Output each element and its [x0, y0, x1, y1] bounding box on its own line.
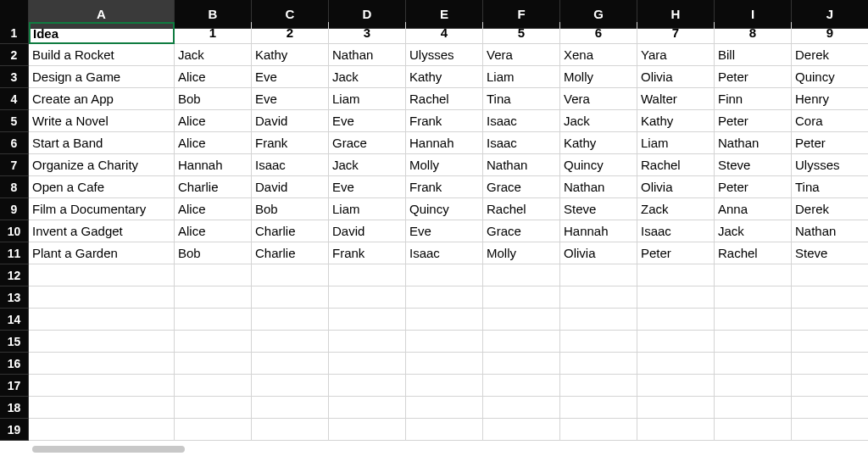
row-header-12[interactable]: 12: [0, 264, 29, 286]
cell-A14[interactable]: [29, 309, 175, 331]
cell-E13[interactable]: [406, 286, 483, 309]
cell-B12[interactable]: [175, 264, 252, 286]
cell-B16[interactable]: [175, 353, 252, 375]
cell-C12[interactable]: [252, 264, 329, 286]
cell-B15[interactable]: [175, 331, 252, 353]
cell-I17[interactable]: [715, 375, 792, 397]
cell-H18[interactable]: [637, 397, 715, 419]
cell-D10[interactable]: David: [329, 220, 406, 242]
cell-C10[interactable]: Charlie: [252, 220, 329, 242]
cell-D15[interactable]: [329, 331, 406, 353]
cell-F4[interactable]: Tina: [483, 88, 560, 110]
spreadsheet-grid[interactable]: ABCDEFGHIJ1Idea1234567892Build a RocketJ…: [0, 0, 868, 441]
cell-F6[interactable]: Isaac: [483, 132, 560, 154]
cell-B19[interactable]: [175, 419, 252, 441]
cell-B7[interactable]: Hannah: [175, 154, 252, 176]
cell-I16[interactable]: [715, 353, 792, 375]
cell-G2[interactable]: Xena: [560, 44, 637, 66]
cell-E1[interactable]: 4: [406, 22, 483, 44]
cell-J10[interactable]: Nathan: [792, 220, 868, 242]
cell-G10[interactable]: Hannah: [560, 220, 637, 242]
cell-H2[interactable]: Yara: [637, 44, 715, 66]
cell-E8[interactable]: Frank: [406, 176, 483, 198]
cell-F7[interactable]: Nathan: [483, 154, 560, 176]
cell-E19[interactable]: [406, 419, 483, 441]
cell-D19[interactable]: [329, 419, 406, 441]
cell-E14[interactable]: [406, 309, 483, 331]
row-header-3[interactable]: 3: [0, 66, 29, 88]
cell-A3[interactable]: Design a Game: [29, 66, 175, 88]
cell-C18[interactable]: [252, 397, 329, 419]
cell-H15[interactable]: [637, 331, 715, 353]
cell-F2[interactable]: Vera: [483, 44, 560, 66]
cell-D7[interactable]: Jack: [329, 154, 406, 176]
cell-G9[interactable]: Steve: [560, 198, 637, 220]
cell-I6[interactable]: Nathan: [715, 132, 792, 154]
cell-I15[interactable]: [715, 331, 792, 353]
cell-J8[interactable]: Tina: [792, 176, 868, 198]
cell-E9[interactable]: Quincy: [406, 198, 483, 220]
cell-D6[interactable]: Grace: [329, 132, 406, 154]
cell-B3[interactable]: Alice: [175, 66, 252, 88]
row-header-7[interactable]: 7: [0, 154, 29, 176]
cell-B5[interactable]: Alice: [175, 110, 252, 132]
cell-D2[interactable]: Nathan: [329, 44, 406, 66]
cell-H4[interactable]: Walter: [637, 88, 715, 110]
cell-J9[interactable]: Derek: [792, 198, 868, 220]
row-header-4[interactable]: 4: [0, 88, 29, 110]
cell-J1[interactable]: 9: [792, 22, 868, 44]
cell-A10[interactable]: Invent a Gadget: [29, 220, 175, 242]
cell-H6[interactable]: Liam: [637, 132, 715, 154]
cell-H1[interactable]: 7: [637, 22, 715, 44]
cell-I4[interactable]: Finn: [715, 88, 792, 110]
cell-C13[interactable]: [252, 286, 329, 309]
cell-D8[interactable]: Eve: [329, 176, 406, 198]
cell-F9[interactable]: Rachel: [483, 198, 560, 220]
cell-B4[interactable]: Bob: [175, 88, 252, 110]
cell-I11[interactable]: Rachel: [715, 242, 792, 264]
cell-H3[interactable]: Olivia: [637, 66, 715, 88]
cell-G11[interactable]: Olivia: [560, 242, 637, 264]
cell-E10[interactable]: Eve: [406, 220, 483, 242]
cell-I3[interactable]: Peter: [715, 66, 792, 88]
cell-I8[interactable]: Peter: [715, 176, 792, 198]
cell-A5[interactable]: Write a Novel: [29, 110, 175, 132]
cell-J15[interactable]: [792, 331, 868, 353]
cell-E15[interactable]: [406, 331, 483, 353]
cell-J11[interactable]: Steve: [792, 242, 868, 264]
cell-G8[interactable]: Nathan: [560, 176, 637, 198]
cell-E3[interactable]: Kathy: [406, 66, 483, 88]
cell-F8[interactable]: Grace: [483, 176, 560, 198]
cell-A2[interactable]: Build a Rocket: [29, 44, 175, 66]
cell-D5[interactable]: Eve: [329, 110, 406, 132]
cell-D9[interactable]: Liam: [329, 198, 406, 220]
row-header-8[interactable]: 8: [0, 176, 29, 198]
cell-J14[interactable]: [792, 309, 868, 331]
cell-C6[interactable]: Frank: [252, 132, 329, 154]
cell-F15[interactable]: [483, 331, 560, 353]
cell-C16[interactable]: [252, 353, 329, 375]
cell-B18[interactable]: [175, 397, 252, 419]
cell-C11[interactable]: Charlie: [252, 242, 329, 264]
cell-I13[interactable]: [715, 286, 792, 309]
cell-J6[interactable]: Peter: [792, 132, 868, 154]
cell-F12[interactable]: [483, 264, 560, 286]
cell-A17[interactable]: [29, 375, 175, 397]
cell-C15[interactable]: [252, 331, 329, 353]
cell-B2[interactable]: Jack: [175, 44, 252, 66]
cell-D13[interactable]: [329, 286, 406, 309]
cell-H19[interactable]: [637, 419, 715, 441]
cell-A4[interactable]: Create an App: [29, 88, 175, 110]
row-header-13[interactable]: 13: [0, 286, 29, 309]
cell-H5[interactable]: Kathy: [637, 110, 715, 132]
cell-H17[interactable]: [637, 375, 715, 397]
cell-G3[interactable]: Molly: [560, 66, 637, 88]
cell-A11[interactable]: Plant a Garden: [29, 242, 175, 264]
cell-B14[interactable]: [175, 309, 252, 331]
cell-F19[interactable]: [483, 419, 560, 441]
cell-H13[interactable]: [637, 286, 715, 309]
cell-C1[interactable]: 2: [252, 22, 329, 44]
cell-E16[interactable]: [406, 353, 483, 375]
cell-I18[interactable]: [715, 397, 792, 419]
row-header-18[interactable]: 18: [0, 397, 29, 419]
